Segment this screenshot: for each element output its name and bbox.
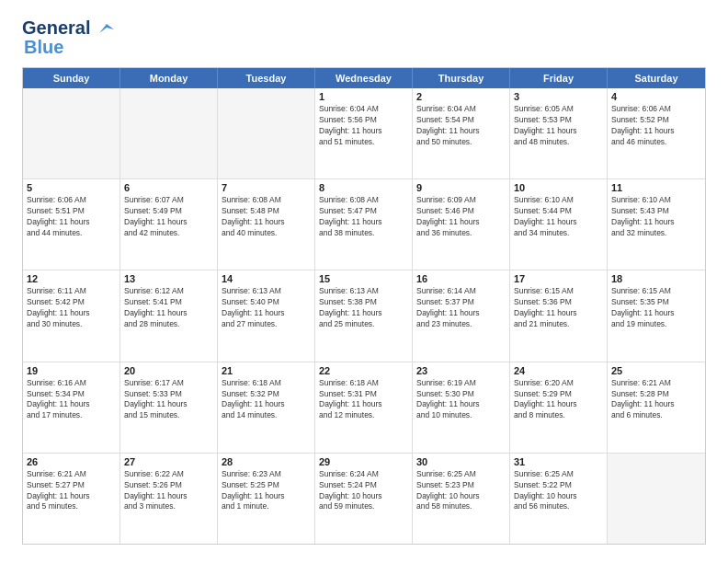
cell-info: Sunrise: 6:13 AM: [222, 286, 311, 297]
calendar-cell: 2Sunrise: 6:04 AMSunset: 5:54 PMDaylight…: [413, 88, 510, 178]
cell-info: Sunset: 5:24 PM: [319, 480, 408, 491]
calendar-cell: 19Sunrise: 6:16 AMSunset: 5:34 PMDayligh…: [23, 362, 120, 453]
day-number: 20: [124, 365, 213, 376]
cell-info: Sunset: 5:33 PM: [124, 389, 213, 400]
calendar-cell: 10Sunrise: 6:10 AMSunset: 5:44 PMDayligh…: [510, 179, 608, 270]
header-friday: Friday: [510, 68, 608, 88]
cell-info: Daylight: 11 hours: [124, 491, 213, 502]
logo-text: General: [22, 18, 116, 37]
cell-info: Sunrise: 6:21 AM: [611, 378, 701, 389]
calendar-cell: 24Sunrise: 6:20 AMSunset: 5:29 PMDayligh…: [510, 362, 608, 453]
calendar-cell: [23, 88, 120, 178]
cell-info: Sunrise: 6:08 AM: [319, 195, 408, 206]
day-number: 14: [222, 273, 311, 284]
cell-info: Sunrise: 6:04 AM: [319, 104, 408, 115]
cell-info: Sunset: 5:48 PM: [222, 206, 311, 217]
calendar-body: 1Sunrise: 6:04 AMSunset: 5:56 PMDaylight…: [23, 88, 705, 544]
cell-info: Daylight: 11 hours: [124, 399, 213, 410]
cell-info: Sunset: 5:23 PM: [416, 480, 506, 491]
calendar-cell: 5Sunrise: 6:06 AMSunset: 5:51 PMDaylight…: [23, 179, 120, 270]
cell-info: Sunrise: 6:18 AM: [222, 378, 311, 389]
calendar-cell: 15Sunrise: 6:13 AMSunset: 5:38 PMDayligh…: [315, 270, 413, 361]
cell-info: Daylight: 11 hours: [124, 308, 213, 319]
day-number: 27: [124, 456, 213, 467]
cell-info: Sunrise: 6:13 AM: [319, 286, 408, 297]
cell-info: Daylight: 11 hours: [27, 491, 116, 502]
day-number: 13: [124, 273, 213, 284]
cell-info: Sunset: 5:51 PM: [27, 206, 116, 217]
day-number: 21: [222, 365, 311, 376]
calendar-cell: 18Sunrise: 6:15 AMSunset: 5:35 PMDayligh…: [608, 270, 705, 361]
calendar-week-2: 5Sunrise: 6:06 AMSunset: 5:51 PMDaylight…: [23, 179, 705, 270]
calendar-cell: 28Sunrise: 6:23 AMSunset: 5:25 PMDayligh…: [218, 454, 315, 544]
calendar-cell: 9Sunrise: 6:09 AMSunset: 5:46 PMDaylight…: [413, 179, 510, 270]
day-number: 6: [124, 182, 213, 193]
cell-info: Sunset: 5:52 PM: [611, 115, 701, 126]
calendar-cell: 12Sunrise: 6:11 AMSunset: 5:42 PMDayligh…: [23, 270, 120, 361]
calendar-week-3: 12Sunrise: 6:11 AMSunset: 5:42 PMDayligh…: [23, 270, 705, 362]
cell-info: and 3 minutes.: [124, 501, 213, 512]
cell-info: Sunset: 5:47 PM: [319, 206, 408, 217]
calendar-cell: [608, 454, 705, 544]
day-number: 10: [514, 182, 603, 193]
calendar-cell: 17Sunrise: 6:15 AMSunset: 5:36 PMDayligh…: [510, 270, 608, 361]
cell-info: Sunrise: 6:09 AM: [416, 195, 506, 206]
cell-info: Daylight: 11 hours: [319, 217, 408, 228]
cell-info: Sunrise: 6:17 AM: [124, 378, 213, 389]
cell-info: and 8 minutes.: [514, 410, 603, 421]
calendar-cell: 21Sunrise: 6:18 AMSunset: 5:32 PMDayligh…: [218, 362, 315, 453]
svg-marker-0: [99, 24, 114, 33]
cell-info: Daylight: 11 hours: [416, 126, 506, 137]
cell-info: Sunset: 5:43 PM: [611, 206, 701, 217]
cell-info: and 50 minutes.: [416, 137, 506, 148]
cell-info: Sunrise: 6:20 AM: [514, 378, 603, 389]
cell-info: Daylight: 10 hours: [514, 491, 603, 502]
logo-blue-text: Blue: [24, 37, 63, 58]
calendar-cell: 11Sunrise: 6:10 AMSunset: 5:43 PMDayligh…: [608, 179, 705, 270]
logo-bird-icon: [96, 22, 116, 37]
cell-info: and 10 minutes.: [416, 410, 506, 421]
cell-info: Sunrise: 6:19 AM: [416, 378, 506, 389]
cell-info: Daylight: 11 hours: [27, 217, 116, 228]
calendar-cell: 6Sunrise: 6:07 AMSunset: 5:49 PMDaylight…: [120, 179, 218, 270]
day-number: 2: [416, 91, 506, 102]
day-number: 11: [611, 182, 701, 193]
cell-info: Sunrise: 6:11 AM: [27, 286, 116, 297]
cell-info: Sunrise: 6:10 AM: [514, 195, 603, 206]
cell-info: Sunset: 5:26 PM: [124, 480, 213, 491]
calendar-cell: 26Sunrise: 6:21 AMSunset: 5:27 PMDayligh…: [23, 454, 120, 544]
calendar-cell: 22Sunrise: 6:18 AMSunset: 5:31 PMDayligh…: [315, 362, 413, 453]
cell-info: Sunrise: 6:25 AM: [514, 469, 603, 480]
cell-info: Sunset: 5:34 PM: [27, 389, 116, 400]
day-number: 4: [611, 91, 701, 102]
cell-info: Daylight: 11 hours: [319, 126, 408, 137]
cell-info: Daylight: 11 hours: [611, 399, 701, 410]
calendar-cell: 4Sunrise: 6:06 AMSunset: 5:52 PMDaylight…: [608, 88, 705, 178]
cell-info: and 46 minutes.: [611, 137, 701, 148]
page: General Blue Sunday Monday Tuesday Wedne…: [0, 0, 728, 563]
cell-info: Daylight: 11 hours: [514, 308, 603, 319]
cell-info: Sunset: 5:38 PM: [319, 297, 408, 308]
day-number: 12: [27, 273, 116, 284]
cell-info: Sunset: 5:40 PM: [222, 297, 311, 308]
cell-info: Sunrise: 6:05 AM: [514, 104, 603, 115]
cell-info: Daylight: 11 hours: [611, 217, 701, 228]
cell-info: and 44 minutes.: [27, 228, 116, 239]
calendar-cell: 25Sunrise: 6:21 AMSunset: 5:28 PMDayligh…: [608, 362, 705, 453]
cell-info: Sunset: 5:56 PM: [319, 115, 408, 126]
cell-info: Sunrise: 6:24 AM: [319, 469, 408, 480]
cell-info: Sunset: 5:53 PM: [514, 115, 603, 126]
cell-info: Sunrise: 6:21 AM: [27, 469, 116, 480]
day-number: 16: [416, 273, 506, 284]
calendar-cell: 30Sunrise: 6:25 AMSunset: 5:23 PMDayligh…: [413, 454, 510, 544]
calendar-cell: 13Sunrise: 6:12 AMSunset: 5:41 PMDayligh…: [120, 270, 218, 361]
cell-info: Sunset: 5:22 PM: [514, 480, 603, 491]
calendar-cell: 20Sunrise: 6:17 AMSunset: 5:33 PMDayligh…: [120, 362, 218, 453]
cell-info: Daylight: 11 hours: [222, 491, 311, 502]
cell-info: and 27 minutes.: [222, 319, 311, 330]
day-number: 24: [514, 365, 603, 376]
cell-info: Sunset: 5:44 PM: [514, 206, 603, 217]
cell-info: Daylight: 11 hours: [319, 308, 408, 319]
calendar-cell: 29Sunrise: 6:24 AMSunset: 5:24 PMDayligh…: [315, 454, 413, 544]
day-number: 5: [27, 182, 116, 193]
